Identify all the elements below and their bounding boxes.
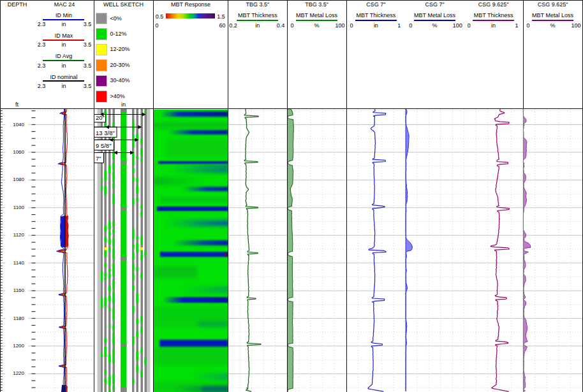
svg-text:20″: 20″ xyxy=(96,114,105,121)
svg-text:7″: 7″ xyxy=(96,155,101,162)
svg-text:13 3/8″: 13 3/8″ xyxy=(96,129,115,136)
svg-text:9 5/8″: 9 5/8″ xyxy=(96,142,112,149)
